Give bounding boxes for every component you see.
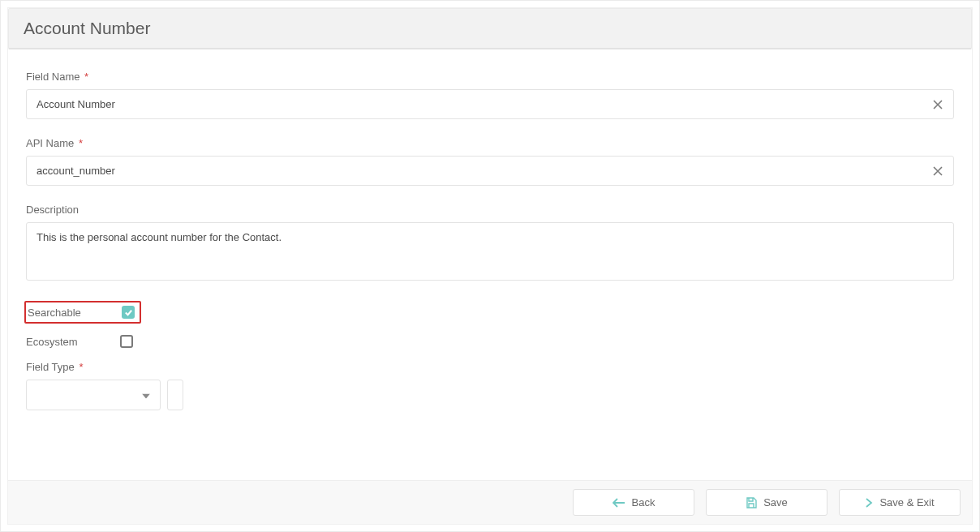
field-type-label: Field Type (26, 361, 75, 373)
save-exit-button-label: Save & Exit (879, 496, 934, 508)
save-icon (746, 497, 757, 508)
field-name-label: Field Name (26, 71, 80, 83)
back-button[interactable]: Back (573, 489, 694, 516)
save-button-label: Save (763, 496, 788, 508)
api-name-label: API Name (26, 137, 74, 149)
ecosystem-row: Ecosystem (26, 335, 954, 348)
required-asterisk: * (79, 137, 83, 149)
api-name-label-row: API Name * (26, 137, 954, 149)
save-button[interactable]: Save (706, 489, 827, 516)
field-name-group: Field Name * (26, 71, 954, 119)
description-label: Description (26, 204, 954, 216)
field-type-select[interactable] (26, 380, 161, 410)
arrow-left-icon (612, 498, 625, 508)
searchable-row: Searchable (24, 301, 141, 324)
api-name-group: API Name * (26, 137, 954, 186)
field-type-label-row: Field Type * (26, 361, 954, 373)
field-type-row (26, 380, 954, 410)
ecosystem-label: Ecosystem (26, 336, 120, 348)
panel-header: Account Number (8, 8, 972, 49)
clear-field-name-icon[interactable] (931, 98, 944, 111)
required-asterisk: * (79, 361, 83, 373)
field-name-input-wrap (26, 89, 954, 119)
field-name-label-row: Field Name * (26, 71, 954, 83)
back-button-label: Back (632, 496, 655, 508)
api-name-input[interactable] (26, 156, 954, 186)
chevron-right-icon (865, 497, 873, 508)
searchable-label: Searchable (28, 307, 122, 319)
searchable-checkbox[interactable] (122, 306, 135, 319)
clear-api-name-icon[interactable] (931, 165, 944, 178)
field-name-input[interactable] (26, 89, 954, 119)
required-asterisk: * (84, 71, 88, 83)
ecosystem-checkbox[interactable] (120, 335, 133, 348)
form-body: Field Name * API Name * (8, 49, 972, 480)
form-panel: Account Number Field Name * API Name * (7, 7, 973, 525)
field-type-group: Field Type * (26, 361, 954, 410)
api-name-input-wrap (26, 156, 954, 186)
field-type-aux-button[interactable] (167, 380, 183, 410)
footer-bar: Back Save Save & Exit (8, 480, 972, 524)
save-exit-button[interactable]: Save & Exit (839, 489, 961, 516)
page-title: Account Number (24, 19, 956, 38)
description-textarea[interactable] (26, 222, 954, 281)
caret-down-icon (142, 389, 150, 401)
description-group: Description (26, 204, 954, 283)
